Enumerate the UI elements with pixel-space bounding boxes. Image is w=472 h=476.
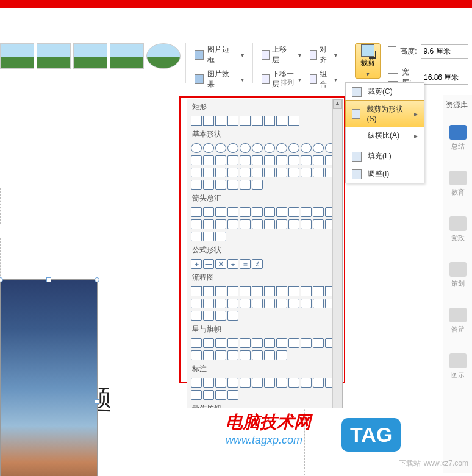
shape-option[interactable] <box>191 299 202 308</box>
shape-option[interactable] <box>264 338 275 348</box>
shape-option[interactable] <box>252 378 263 388</box>
shape-option[interactable] <box>215 286 226 296</box>
picture-border-button[interactable]: 图片边框▾ <box>195 44 244 65</box>
shape-option[interactable] <box>191 116 202 126</box>
shape-option[interactable] <box>215 143 226 153</box>
shape-option[interactable] <box>203 180 214 190</box>
shape-option[interactable] <box>288 378 299 388</box>
shape-option[interactable] <box>264 207 275 217</box>
shape-option[interactable] <box>276 168 287 177</box>
shape-option[interactable] <box>301 207 312 217</box>
shape-option[interactable] <box>252 155 263 165</box>
shape-option[interactable] <box>276 116 287 126</box>
scrollbar[interactable]: ▲ <box>332 99 342 408</box>
shape-option[interactable] <box>203 378 214 388</box>
crop-to-shape-menuitem[interactable]: 裁剪为形状(S)▸ <box>345 100 424 127</box>
shape-equation-option[interactable]: ≠ <box>252 259 263 269</box>
shape-option[interactable] <box>313 338 324 348</box>
shape-option[interactable] <box>240 378 251 388</box>
shape-option[interactable] <box>240 338 251 348</box>
shape-option[interactable] <box>203 390 214 400</box>
fill-menuitem[interactable]: 填充(L) <box>346 147 424 165</box>
shape-option[interactable] <box>240 219 251 229</box>
shape-option[interactable] <box>227 378 238 388</box>
crop-menuitem[interactable]: 裁剪(C) <box>346 83 424 101</box>
shape-option[interactable] <box>288 168 299 177</box>
shape-option[interactable] <box>313 143 324 153</box>
shape-option[interactable] <box>301 299 312 308</box>
shape-option[interactable] <box>288 143 299 153</box>
shape-option[interactable] <box>227 180 238 190</box>
shape-option[interactable] <box>227 286 238 296</box>
shape-option[interactable] <box>301 378 312 388</box>
shape-option[interactable] <box>313 207 324 217</box>
picture-style-thumb[interactable] <box>110 43 144 69</box>
shape-option[interactable] <box>288 219 299 229</box>
shape-option[interactable] <box>264 116 275 126</box>
shape-option[interactable] <box>276 299 287 308</box>
resize-handle[interactable] <box>46 277 51 282</box>
shape-option[interactable] <box>203 155 214 165</box>
shape-option[interactable] <box>203 116 214 126</box>
shape-option[interactable] <box>288 116 299 126</box>
shape-option[interactable] <box>252 350 263 360</box>
shape-option[interactable] <box>240 155 251 165</box>
shape-equation-option[interactable]: — <box>203 259 214 269</box>
shape-option[interactable] <box>240 116 251 126</box>
shape-option[interactable] <box>240 207 251 217</box>
shape-option[interactable] <box>191 390 202 400</box>
picture-style-thumb[interactable] <box>146 43 181 69</box>
width-input[interactable]: 16.86 厘米 <box>421 71 468 85</box>
shape-equation-option[interactable]: ＝ <box>240 259 251 269</box>
shape-option[interactable] <box>301 286 312 296</box>
shape-option[interactable] <box>215 116 226 126</box>
shape-option[interactable] <box>215 219 226 229</box>
shape-equation-option[interactable]: ÷ <box>227 259 238 269</box>
shape-option[interactable] <box>301 168 312 177</box>
picture-effects-button[interactable]: 图片效果▾ <box>195 69 244 90</box>
shape-option[interactable] <box>313 299 324 308</box>
shape-option[interactable] <box>191 286 202 296</box>
sidebar-item-overview[interactable]: 总结 <box>443 115 472 161</box>
shape-option[interactable] <box>227 168 238 177</box>
shape-option[interactable] <box>313 378 324 388</box>
sidebar-item-gov[interactable]: 党政 <box>443 207 472 252</box>
shape-option[interactable] <box>301 219 312 229</box>
shape-option[interactable] <box>227 299 238 308</box>
shape-option[interactable] <box>288 299 299 308</box>
shape-option[interactable] <box>191 168 202 177</box>
height-input[interactable]: 9.6 厘米 <box>421 44 468 59</box>
resize-handle[interactable] <box>95 399 99 404</box>
shape-option[interactable] <box>264 286 275 296</box>
bring-forward-button[interactable]: 上移一层▾ <box>262 44 301 65</box>
resize-handle[interactable] <box>95 277 99 282</box>
shape-option[interactable] <box>301 155 312 165</box>
align-button[interactable]: 对齐▾ <box>310 44 337 65</box>
shape-option[interactable] <box>215 390 226 400</box>
group-button[interactable]: 组合▾ <box>310 69 337 90</box>
shape-option[interactable] <box>215 155 226 165</box>
shape-option[interactable] <box>276 378 287 388</box>
shape-option[interactable] <box>264 168 275 177</box>
shape-option[interactable] <box>288 338 299 348</box>
sidebar-item-chart[interactable]: 图示 <box>443 344 472 389</box>
resize-handle[interactable] <box>0 277 3 282</box>
sidebar-item-edu[interactable]: 教育 <box>443 161 472 207</box>
shape-option[interactable] <box>191 338 202 348</box>
shape-option[interactable] <box>313 155 324 165</box>
picture-style-thumb[interactable] <box>0 43 34 69</box>
shape-option[interactable] <box>276 219 287 229</box>
shape-option[interactable] <box>203 350 214 360</box>
shape-option[interactable] <box>313 286 324 296</box>
shape-option[interactable] <box>264 350 275 360</box>
shape-option[interactable] <box>215 180 226 190</box>
shape-option[interactable] <box>215 378 226 388</box>
crop-button[interactable]: 裁剪 ▾ <box>355 43 381 79</box>
shape-equation-option[interactable]: ＋ <box>191 259 202 269</box>
shape-option[interactable] <box>215 207 226 217</box>
fit-menuitem[interactable]: 调整(I) <box>346 165 424 183</box>
shape-option[interactable] <box>240 168 251 177</box>
shape-option[interactable] <box>191 219 202 229</box>
shape-option[interactable] <box>276 155 287 165</box>
shape-option[interactable] <box>240 286 251 296</box>
